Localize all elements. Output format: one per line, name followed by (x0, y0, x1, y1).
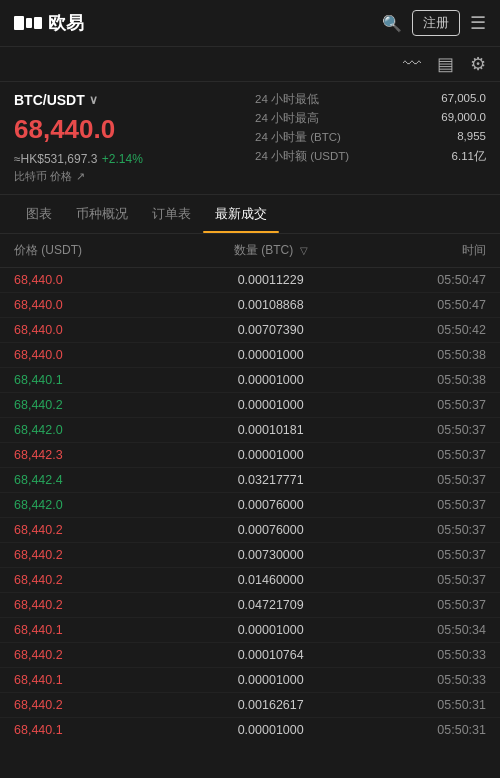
trade-time: 05:50:37 (362, 573, 486, 587)
trade-amount: 0.00076000 (180, 523, 362, 537)
trade-price: 68,440.2 (14, 548, 180, 562)
trade-price: 68,440.1 (14, 373, 180, 387)
table-header: 价格 (USDT) 数量 (BTC) ▽ 时间 (0, 234, 500, 268)
table-row: 68,440.1 0.00001000 05:50:34 (0, 618, 500, 643)
stat-value-low: 67,005.0 (441, 92, 486, 107)
trade-time: 05:50:37 (362, 498, 486, 512)
trade-time: 05:50:37 (362, 448, 486, 462)
trade-time: 05:50:47 (362, 273, 486, 287)
trade-price: 68,440.0 (14, 273, 180, 287)
trade-amount: 0.00707390 (180, 323, 362, 337)
trade-amount: 0.00730000 (180, 548, 362, 562)
trade-amount: 0.01460000 (180, 573, 362, 587)
tab-bar: 图表 币种概况 订单表 最新成交 (0, 195, 500, 234)
external-link-icon[interactable] (76, 170, 85, 183)
table-row: 68,442.0 0.00010181 05:50:37 (0, 418, 500, 443)
tab-orderbook[interactable]: 订单表 (140, 195, 203, 233)
stat-label-low: 24 小时最低 (255, 92, 319, 107)
price-left: BTC/USDT ∨ 68,440.0 ≈HK$531,697.3 +2.14%… (14, 92, 245, 184)
list-icon[interactable]: ▤ (437, 53, 454, 75)
trade-amount: 0.00010764 (180, 648, 362, 662)
hkd-price: ≈HK$531,697.3 (14, 152, 97, 166)
trade-time: 05:50:33 (362, 648, 486, 662)
trade-time: 05:50:37 (362, 598, 486, 612)
stat-row-low: 24 小时最低 67,005.0 (255, 92, 486, 107)
table-row: 68,440.0 0.00108868 05:50:47 (0, 293, 500, 318)
trade-amount: 0.00001000 (180, 398, 362, 412)
table-row: 68,440.2 0.00010764 05:50:33 (0, 643, 500, 668)
table-row: 68,442.0 0.00076000 05:50:37 (0, 493, 500, 518)
table-row: 68,440.2 0.00001000 05:50:37 (0, 393, 500, 418)
trade-amount: 0.00162617 (180, 698, 362, 712)
register-button[interactable]: 注册 (412, 10, 460, 36)
table-row: 68,440.0 0.00011229 05:50:47 (0, 268, 500, 293)
trade-price: 68,442.4 (14, 473, 180, 487)
trade-time: 05:50:37 (362, 548, 486, 562)
sub-header: 〰 ▤ ⚙ (0, 47, 500, 82)
trade-time: 05:50:37 (362, 523, 486, 537)
logo-icon (14, 16, 42, 30)
price-stats: 24 小时最低 67,005.0 24 小时最高 69,000.0 24 小时量… (255, 92, 486, 184)
stat-row-volume-usdt: 24 小时额 (USDT) 6.11亿 (255, 149, 486, 164)
trade-amount: 0.00076000 (180, 498, 362, 512)
pair-label: BTC/USDT (14, 92, 85, 108)
col-header-time: 时间 (362, 242, 486, 259)
trade-price: 68,440.0 (14, 348, 180, 362)
table-row: 68,440.1 0.00001000 05:50:31 (0, 718, 500, 742)
tab-overview[interactable]: 币种概况 (64, 195, 140, 233)
trade-price: 68,442.3 (14, 448, 180, 462)
table-row: 68,440.2 0.00730000 05:50:37 (0, 543, 500, 568)
table-row: 68,440.2 0.04721709 05:50:37 (0, 593, 500, 618)
trade-amount: 0.00001000 (180, 448, 362, 462)
table-row: 68,442.3 0.00001000 05:50:37 (0, 443, 500, 468)
trade-price: 68,440.0 (14, 298, 180, 312)
trade-price: 68,440.1 (14, 673, 180, 687)
trade-price: 68,440.2 (14, 648, 180, 662)
current-price: 68,440.0 (14, 114, 245, 145)
table-row: 68,440.1 0.00001000 05:50:33 (0, 668, 500, 693)
app-header: 欧易 注册 (0, 0, 500, 47)
trade-time: 05:50:34 (362, 623, 486, 637)
menu-icon[interactable] (470, 12, 486, 34)
tab-latest-trades[interactable]: 最新成交 (203, 195, 279, 233)
trading-pair[interactable]: BTC/USDT ∨ (14, 92, 245, 108)
filter-icon[interactable]: ▽ (300, 245, 308, 256)
trade-amount: 0.00001000 (180, 348, 362, 362)
trade-amount: 0.03217771 (180, 473, 362, 487)
chart-wave-icon[interactable]: 〰 (403, 54, 421, 75)
table-row: 68,442.4 0.03217771 05:50:37 (0, 468, 500, 493)
trade-time: 05:50:37 (362, 423, 486, 437)
logo-text: 欧易 (48, 11, 84, 35)
trade-amount: 0.00011229 (180, 273, 362, 287)
trade-time: 05:50:47 (362, 298, 486, 312)
trade-time: 05:50:33 (362, 673, 486, 687)
stat-row-volume-btc: 24 小时量 (BTC) 8,955 (255, 130, 486, 145)
trade-price: 68,440.2 (14, 573, 180, 587)
trade-price: 68,440.2 (14, 398, 180, 412)
table-row: 68,440.0 0.00707390 05:50:42 (0, 318, 500, 343)
trade-amount: 0.00001000 (180, 673, 362, 687)
trade-price: 68,440.2 (14, 598, 180, 612)
pair-dropdown-arrow[interactable]: ∨ (89, 93, 98, 107)
trade-price: 68,440.2 (14, 698, 180, 712)
trade-amount: 0.00010181 (180, 423, 362, 437)
table-row: 68,440.1 0.00001000 05:50:38 (0, 368, 500, 393)
trade-table: 价格 (USDT) 数量 (BTC) ▽ 时间 68,440.0 0.00011… (0, 234, 500, 742)
hkd-price-row: ≈HK$531,697.3 +2.14% (14, 149, 245, 167)
table-row: 68,440.2 0.01460000 05:50:37 (0, 568, 500, 593)
trade-price: 68,440.1 (14, 723, 180, 737)
stat-label-vol-usdt: 24 小时额 (USDT) (255, 149, 349, 164)
trade-price: 68,442.0 (14, 423, 180, 437)
trade-price: 68,440.1 (14, 623, 180, 637)
trade-time: 05:50:37 (362, 473, 486, 487)
price-label-text: 比特币 价格 (14, 169, 72, 184)
col-header-amount: 数量 (BTC) ▽ (180, 242, 362, 259)
trade-price: 68,440.2 (14, 523, 180, 537)
table-row: 68,440.0 0.00001000 05:50:38 (0, 343, 500, 368)
price-change: +2.14% (102, 152, 143, 166)
tab-chart[interactable]: 图表 (14, 195, 64, 233)
trade-amount: 0.00108868 (180, 298, 362, 312)
trade-amount: 0.04721709 (180, 598, 362, 612)
gear-icon[interactable]: ⚙ (470, 53, 486, 75)
search-icon[interactable] (382, 14, 402, 33)
